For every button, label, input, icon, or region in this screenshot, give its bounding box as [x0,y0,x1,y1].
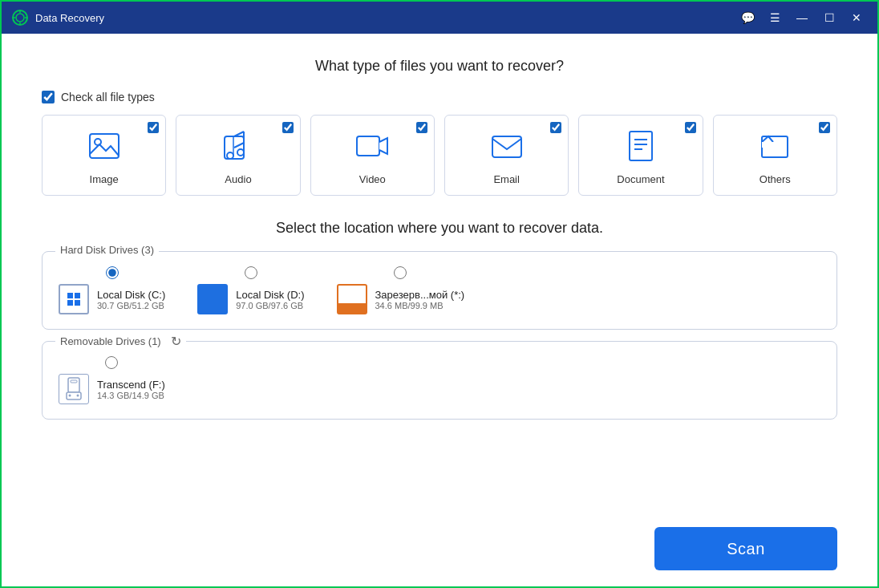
svg-rect-29 [71,380,77,383]
scan-button[interactable]: Scan [654,527,837,570]
drive-d-text: Local Disk (D:) 97.0 GB/97.6 GB [236,289,304,310]
hard-disk-label: Hard Disk Drives (3) [55,244,159,256]
window-title: Data Recovery [35,12,736,24]
svg-point-31 [69,395,71,397]
video-icon [353,127,391,165]
audio-icon [219,127,257,165]
svg-rect-22 [762,142,773,148]
drive-reserved[interactable]: Зарезерв...мой (*:) 34.6 MB/99.9 MB [337,266,465,314]
refresh-button[interactable]: ↻ [171,334,181,349]
drive-d-name: Local Disk (D:) [236,289,304,301]
drive-d-radio[interactable] [245,266,257,279]
file-type-audio[interactable]: Audio [176,115,300,196]
email-checkbox[interactable] [550,122,561,133]
file-type-video[interactable]: Video [310,115,435,196]
svg-point-11 [227,152,233,159]
drive-f-size: 14.3 GB/14.9 GB [97,391,165,400]
hard-disk-drives: Local Disk (C:) 30.7 GB/51.2 GB Local Di… [59,263,820,314]
drive-c-icon [59,284,89,314]
svg-point-14 [237,149,244,156]
title-bar: Data Recovery 💬 ☰ — ☐ ✕ [2,2,877,34]
main-window: Data Recovery 💬 ☰ — ☐ ✕ What type of fil… [0,0,879,588]
file-type-image[interactable]: Image [42,115,166,196]
email-label: Email [493,173,520,185]
drive-c-name: Local Disk (C:) [97,289,165,301]
image-icon [85,127,124,165]
drive-f-text: Transcend (F:) 14.3 GB/14.9 GB [97,379,165,400]
minimize-button[interactable]: — [791,6,813,29]
svg-rect-24 [67,293,73,298]
svg-rect-26 [67,300,73,306]
video-checkbox[interactable] [416,122,427,133]
scan-button-row: Scan [42,519,837,570]
drive-reserved-radio[interactable] [394,266,407,279]
drive-f[interactable]: Transcend (F:) 14.3 GB/14.9 GB [59,356,165,404]
drive-reserved-icon [337,284,367,314]
removable-drives: Transcend (F:) 14.3 GB/14.9 GB [59,353,820,404]
drive-reserved-size: 34.6 MB/99.9 MB [375,301,465,310]
others-checkbox[interactable] [819,122,830,133]
drive-f-name: Transcend (F:) [97,379,165,391]
svg-point-32 [77,395,79,397]
drive-c-size: 30.7 GB/51.2 GB [97,301,165,310]
drive-d-icon [197,284,228,314]
document-label: Document [617,173,664,185]
menu-button[interactable]: ☰ [764,6,786,29]
document-icon [622,127,660,165]
file-types-title: What type of files you want to recover? [42,58,837,75]
chat-button[interactable]: 💬 [736,6,759,29]
image-label: Image [90,173,119,185]
audio-checkbox[interactable] [282,122,294,133]
audio-label: Audio [225,173,251,185]
drive-reserved-text: Зарезерв...мой (*:) 34.6 MB/99.9 MB [375,289,465,310]
svg-rect-27 [75,300,80,306]
file-type-email[interactable]: Email [444,115,569,196]
main-content: What type of files you want to recover? … [2,34,877,586]
drive-d[interactable]: Local Disk (D:) 97.0 GB/97.6 GB [197,266,304,314]
hard-disk-group: Hard Disk Drives (3) [42,251,837,330]
file-type-others[interactable]: Others [713,115,837,196]
drive-c[interactable]: Local Disk (C:) 30.7 GB/51.2 GB [59,266,165,314]
file-types-grid: Image Audio [42,115,837,196]
document-checkbox[interactable] [685,122,696,133]
svg-rect-6 [90,134,119,158]
drive-c-radio[interactable] [106,266,119,279]
svg-rect-16 [492,136,521,157]
video-label: Video [359,173,386,185]
maximize-button[interactable]: ☐ [818,6,841,29]
check-all-label: Check all file types [61,91,155,103]
others-icon [755,127,794,165]
location-title: Select the location where you want to re… [42,220,837,237]
others-label: Others [760,173,791,185]
close-button[interactable]: ✕ [845,6,868,29]
svg-rect-15 [357,136,379,156]
file-type-document[interactable]: Document [578,115,703,196]
svg-rect-25 [75,293,80,298]
check-all-checkbox[interactable] [42,91,55,103]
image-checkbox[interactable] [148,122,159,133]
removable-drives-group: Removable Drives (1) ↻ [42,341,837,420]
check-all-row: Check all file types [42,91,837,103]
drive-c-text: Local Disk (C:) 30.7 GB/51.2 GB [97,289,165,310]
drive-f-radio[interactable] [105,356,118,369]
removable-label-row: Removable Drives (1) ↻ [55,334,186,349]
svg-rect-17 [630,132,652,160]
drive-reserved-name: Зарезерв...мой (*:) [375,289,465,301]
removable-drives-label: Removable Drives (1) [60,335,161,347]
window-controls: 💬 ☰ — ☐ ✕ [736,6,868,29]
app-icon [11,9,29,26]
svg-point-1 [16,14,24,22]
drive-f-icon [59,374,89,404]
drive-d-size: 97.0 GB/97.6 GB [236,301,304,310]
email-icon [488,127,526,165]
